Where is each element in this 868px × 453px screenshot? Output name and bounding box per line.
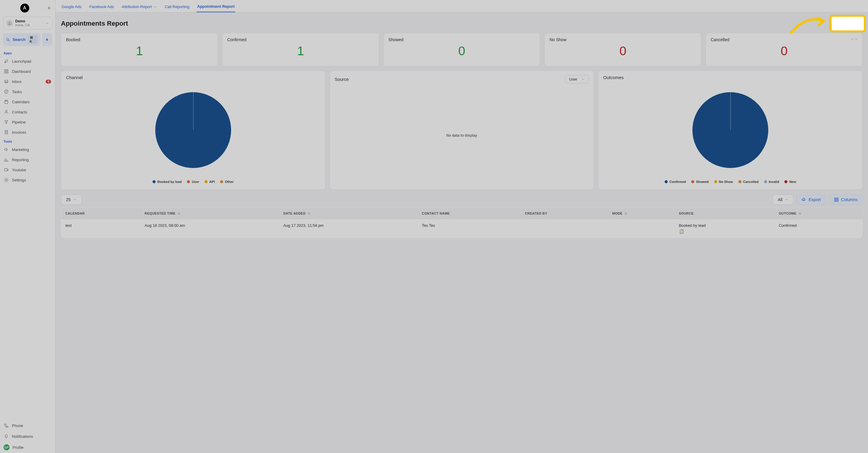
grid-icon bbox=[4, 69, 9, 74]
nav-item-inbox[interactable]: Inbox0 bbox=[0, 76, 55, 87]
legend-item: User bbox=[187, 180, 199, 184]
nav-item-phone[interactable]: Phone bbox=[0, 420, 55, 431]
nav-item-settings[interactable]: Settings bbox=[0, 175, 55, 185]
stat-value: 1 bbox=[66, 44, 213, 58]
nav-item-contacts[interactable]: Contacts bbox=[0, 107, 55, 117]
tab-label: Call Reporting bbox=[165, 4, 189, 9]
nav-item-reporting[interactable]: Reporting bbox=[0, 155, 55, 165]
tab-attribution-report[interactable]: Attribution Report bbox=[121, 2, 158, 12]
page-title: Appointments Report bbox=[61, 20, 128, 28]
calendar-icon-wrap bbox=[4, 99, 9, 104]
megaphone-icon bbox=[4, 147, 9, 152]
stat-value: 0 bbox=[549, 44, 696, 58]
nav-item-invoices[interactable]: Invoices bbox=[0, 127, 55, 137]
sort-icon: ⇅ bbox=[625, 212, 627, 215]
cell-calendar: test bbox=[61, 219, 141, 238]
tab-facebook-ads[interactable]: Facebook Ads bbox=[89, 2, 114, 12]
table-header-calendar: CALENDAR bbox=[61, 208, 141, 219]
nav-item-label: Settings bbox=[12, 178, 26, 182]
nav-item-notifications[interactable]: Notifications bbox=[0, 431, 55, 442]
search-button[interactable]: Search ⌘ K bbox=[3, 33, 40, 46]
legend-label: Showed bbox=[696, 180, 709, 184]
channel-pie-chart bbox=[66, 82, 320, 178]
phone-icon bbox=[4, 423, 9, 428]
nav-item-pipeline[interactable]: Pipeline bbox=[0, 117, 55, 127]
tab-label: Appointment Report bbox=[197, 4, 235, 9]
legend-item: New bbox=[784, 180, 796, 184]
apps-section-label: Apps bbox=[0, 49, 55, 56]
cell-requested-time: Aug 18 2023, 08:00 am bbox=[140, 219, 279, 238]
nav-item-label: Contacts bbox=[12, 110, 27, 114]
nav-item-dashboard[interactable]: Dashboard bbox=[0, 66, 55, 76]
sort-icon: ⇅ bbox=[799, 212, 801, 215]
chevron-down-icon bbox=[153, 5, 157, 9]
nav-item-label: Phone bbox=[12, 423, 23, 428]
tab-appointment-report[interactable]: Appointment Report bbox=[196, 2, 235, 12]
nav-item-profile[interactable]: GPProfile bbox=[0, 442, 55, 453]
rocket-icon bbox=[4, 59, 9, 64]
filter-all-select[interactable]: All bbox=[773, 195, 794, 205]
card-expand-controls[interactable] bbox=[850, 37, 858, 41]
legend-item: Invalid bbox=[764, 180, 779, 184]
nav-apps-list: LaunchpadDashboardInbox0TasksCalendarsCo… bbox=[0, 56, 55, 137]
table-header-source: SOURCE bbox=[675, 208, 775, 219]
video-icon bbox=[4, 167, 9, 172]
tab-google-ads[interactable]: Google Ads bbox=[61, 2, 82, 12]
legend-dot bbox=[220, 180, 223, 183]
channel-panel: Channel Booked by leadUserAPIOther bbox=[61, 70, 326, 190]
quick-actions-button[interactable] bbox=[42, 33, 52, 46]
table-header-date-added[interactable]: DATE ADDED ⇅ bbox=[279, 208, 418, 219]
stat-card-no-show: No Show 0 bbox=[544, 33, 702, 66]
svg-point-1 bbox=[6, 38, 9, 40]
legend-label: API bbox=[209, 180, 215, 184]
nav-item-calendars[interactable]: Calendars bbox=[0, 97, 55, 107]
chevron-down-icon bbox=[581, 77, 585, 81]
page-size-select[interactable]: 25 bbox=[61, 195, 82, 205]
table-header-row: CALENDARREQUESTED TIME ⇅DATE ADDED ⇅CONT… bbox=[61, 208, 863, 219]
table-header-outcome[interactable]: OUTCOME ⇅ bbox=[775, 208, 862, 219]
check-circle-icon-wrap bbox=[4, 89, 9, 94]
sliders-icon bbox=[854, 22, 858, 26]
source-title: Source bbox=[335, 77, 349, 82]
export-button[interactable]: Export bbox=[796, 195, 826, 205]
channel-title: Channel bbox=[66, 75, 83, 80]
account-selector[interactable]: Demo Irvine, CA bbox=[3, 17, 52, 30]
check-circle-icon bbox=[4, 89, 9, 94]
source-select[interactable]: User bbox=[565, 75, 589, 84]
tab-call-reporting[interactable]: Call Reporting bbox=[164, 2, 190, 12]
nav-item-tasks[interactable]: Tasks bbox=[0, 87, 55, 97]
funnel-icon-wrap bbox=[4, 119, 9, 125]
clipboard-icon[interactable]: 📋 bbox=[679, 229, 771, 234]
legend-item: Confirmed bbox=[665, 180, 686, 184]
svg-rect-5 bbox=[6, 72, 8, 73]
legend-dot bbox=[714, 180, 717, 183]
sidebar-collapse-button[interactable] bbox=[46, 5, 52, 11]
stat-card-showed: Showed 0 bbox=[383, 33, 540, 66]
chart-icon-wrap bbox=[4, 157, 9, 162]
table-header-created-by: CREATED BY bbox=[521, 208, 608, 219]
report-tabs: Google AdsFacebook AdsAttribution Report… bbox=[56, 0, 868, 12]
user-icon bbox=[4, 109, 9, 114]
stat-label: Booked bbox=[66, 37, 213, 42]
nav-item-launchpad[interactable]: Launchpad bbox=[0, 56, 55, 66]
cell-contact-name: Tes Tes bbox=[418, 219, 521, 238]
chevron-down-icon bbox=[73, 198, 77, 201]
source-select-value: User bbox=[569, 77, 577, 82]
legend-item: No Show bbox=[714, 180, 733, 184]
nav-item-marketing[interactable]: Marketing bbox=[0, 144, 55, 155]
cell-source: Booked by lead📋 bbox=[675, 219, 775, 238]
chart-icon bbox=[4, 157, 9, 162]
table-header-mode[interactable]: MODE ⇅ bbox=[608, 208, 675, 219]
table-row[interactable]: test Aug 18 2023, 08:00 am Aug 17 2023, … bbox=[61, 219, 863, 238]
columns-button[interactable]: Columns bbox=[829, 195, 863, 205]
bolt-icon bbox=[45, 38, 49, 42]
outcomes-legend: ConfirmedShowedNo ShowCancelledInvalidNe… bbox=[603, 178, 858, 185]
nav-item-youtube[interactable]: Youtube bbox=[0, 165, 55, 175]
table-header-requested-time[interactable]: REQUESTED TIME ⇅ bbox=[140, 208, 279, 219]
filters-button[interactable]: Filters bbox=[833, 18, 863, 29]
cell-created-by bbox=[521, 219, 608, 238]
stat-card-confirmed: Confirmed 1 bbox=[222, 33, 379, 66]
chevron-down-icon bbox=[45, 22, 49, 25]
nav-item-label: Youtube bbox=[12, 168, 26, 172]
legend-label: Cancelled bbox=[743, 180, 759, 184]
